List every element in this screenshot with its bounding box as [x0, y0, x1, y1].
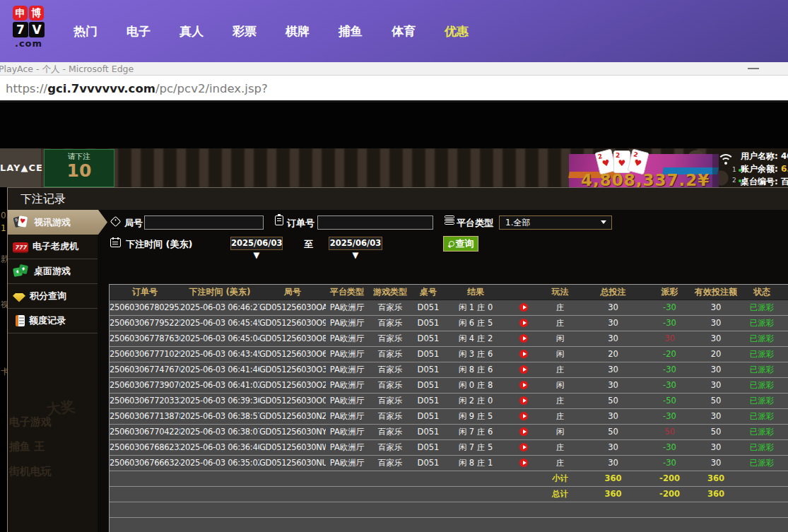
nav-item-live[interactable]: 真人 [180, 23, 204, 40]
round-number-cell: GD051256030O8 [259, 331, 326, 346]
result-video-cell [507, 331, 541, 346]
table-number-cell: D051 [412, 409, 445, 424]
order-number-cell: 250603067666324 [110, 456, 180, 471]
site-logo[interactable]: 申 博 7 V .com [13, 6, 57, 49]
nav-item-boardgames[interactable]: 棋牌 [286, 23, 310, 40]
column-header: 结果 [445, 285, 507, 300]
grand-total-valid-bet: 360 [693, 487, 739, 502]
play-video-icon[interactable] [519, 459, 528, 467]
column-header: 订单号 [110, 285, 180, 300]
bet-time-cell: 2025-06-03 06:38:57 [180, 409, 259, 424]
total-bet-cell: 50 [580, 425, 647, 439]
table-row: 2506030677203322025-06-03 06:39:30GD0512… [110, 394, 788, 409]
play-video-icon[interactable] [519, 427, 528, 436]
result-video-cell [507, 425, 541, 439]
valid-bet-cell: 30 [693, 316, 739, 331]
chevron-down-icon [601, 220, 606, 224]
play-video-icon[interactable] [519, 381, 528, 389]
play-cell: 闲 [541, 425, 580, 439]
play-video-icon[interactable] [519, 443, 528, 451]
valid-bet-cell: 50 [693, 394, 739, 408]
play-cell: 庄 [541, 440, 580, 455]
empty-cell [445, 471, 507, 486]
table-number-cell: D051 [412, 316, 445, 331]
result-video-cell [507, 394, 541, 408]
url-text[interactable]: https://gci.7vvvvvv.com/pc/pcv2/index.js… [6, 82, 268, 95]
bet-time-cell: 2025-06-03 06:35:02 [180, 456, 259, 471]
table-row: 2506030677876362025-06-03 06:45:04GD0512… [110, 331, 788, 347]
play-video-icon[interactable] [519, 350, 528, 358]
nav-item-sports[interactable]: 体育 [392, 23, 416, 40]
sidebar-item-table-games[interactable]: ♦♦ 桌面游戏 [8, 259, 98, 284]
empty-cell [412, 487, 445, 502]
bet-records-modal: 下注记录 9♥ 视讯游戏 777 电子老虎机 ♦♦ 桌面游戏 积分查询 额度记录 [7, 187, 788, 532]
round-number-cell: GD051256030NZ [259, 409, 326, 424]
nav-item-promos[interactable]: 优惠 [445, 23, 469, 40]
total-bet-cell: 30 [580, 409, 647, 424]
play-video-icon[interactable] [519, 365, 528, 374]
nav-item-hot[interactable]: 热门 [73, 23, 98, 40]
game-type-cell: 百家乐 [368, 456, 412, 471]
result-cell: 闲 4 庄 2 [445, 331, 507, 346]
clipped-cell [784, 362, 788, 377]
play-video-icon[interactable] [519, 319, 528, 327]
table-number-row: 桌台编号: 百 [741, 176, 788, 187]
search-icon [448, 241, 454, 247]
order-number-input[interactable] [317, 215, 433, 230]
round-number-cell: GD051256030NU [259, 456, 326, 471]
sidebar-item-quota-records[interactable]: 额度记录 [8, 309, 98, 333]
table-number-cell: D051 [412, 425, 445, 439]
result-cell: 闲 6 庄 5 [445, 316, 507, 331]
sidebar-item-slots[interactable]: 777 电子老虎机 [8, 235, 98, 259]
clipped-cell [784, 440, 788, 455]
subtotal-total-bet: 360 [580, 471, 647, 486]
clipped-cell [784, 331, 788, 346]
column-header: 游戏类型 [368, 285, 412, 300]
slot-777-icon: 777 [13, 242, 28, 253]
modal-content: 局号 订单号 平台类型 1.全部 下注时间 (美东) 2025/06/03 ▼ … [98, 210, 788, 532]
valid-bet-cell: 30 [693, 378, 739, 393]
table-number-cell: D051 [412, 440, 445, 455]
order-number-cell: 250603067720332 [110, 394, 180, 408]
sidebar-item-live-games[interactable]: 9♥ 视讯游戏 [8, 210, 107, 235]
platform-type-select[interactable]: 1.全部 [499, 215, 612, 230]
game-type-cell: 百家乐 [368, 425, 412, 439]
play-video-icon[interactable] [519, 303, 528, 312]
payout-cell: 50 [647, 425, 693, 439]
empty-cell [784, 471, 788, 486]
balance-row: 账户余额: 6.1 [741, 163, 788, 175]
empty-cell [368, 487, 412, 502]
minimize-icon[interactable] [748, 68, 759, 69]
browser-urlbar[interactable]: https://gci.7vvvvvv.com/pc/pcv2/index.js… [0, 76, 788, 102]
nav-item-fishing[interactable]: 捕鱼 [339, 23, 363, 40]
total-bet-cell: 20 [580, 347, 647, 362]
platform-cell: PA欧洲厅 [326, 394, 368, 408]
bet-time-cell: 2025-06-03 06:38:07 [180, 425, 259, 439]
column-header: 游 [784, 285, 788, 300]
column-header: 局号 [259, 285, 326, 300]
screen: 申 博 7 V .com 热门 电子 真人 彩票 棋牌 捕鱼 体育 优惠 Pla… [0, 0, 788, 532]
site-nav-menu: 热门 电子 真人 彩票 棋牌 捕鱼 体育 优惠 [73, 0, 469, 62]
play-video-icon[interactable] [519, 412, 528, 420]
play-video-icon[interactable] [519, 334, 528, 343]
background-bleed-text: 捕鱼 王 [9, 440, 45, 454]
nav-item-lottery[interactable]: 彩票 [233, 23, 257, 40]
date-from-select[interactable]: 2025/06/03 ▼ [230, 237, 283, 250]
payout-cell: -30 [647, 378, 693, 393]
grand-total-total-bet: 360 [580, 487, 647, 502]
result-cell: 闲 7 庄 6 [445, 425, 507, 439]
round-number-cell: GD051256030OA [259, 300, 326, 315]
subtotal-label: 小计 [541, 471, 580, 486]
date-to-select[interactable]: 2025/06/03 ▼ [329, 237, 382, 250]
round-number-input[interactable] [144, 215, 264, 230]
sidebar-item-points-query[interactable]: 积分查询 [8, 284, 98, 309]
total-bet-cell: 30 [580, 316, 647, 331]
game-type-cell: 百家乐 [368, 409, 412, 424]
search-button[interactable]: 查询 [443, 236, 478, 252]
nav-item-slots[interactable]: 电子 [127, 23, 151, 40]
bet-countdown-panel: 请下注 10 [44, 149, 114, 187]
result-video-cell [507, 362, 541, 377]
play-video-icon[interactable] [519, 396, 528, 405]
calendar-icon [110, 238, 121, 247]
filter-form: 局号 订单号 平台类型 1.全部 下注时间 (美东) 2025/06/03 ▼ … [98, 210, 788, 262]
